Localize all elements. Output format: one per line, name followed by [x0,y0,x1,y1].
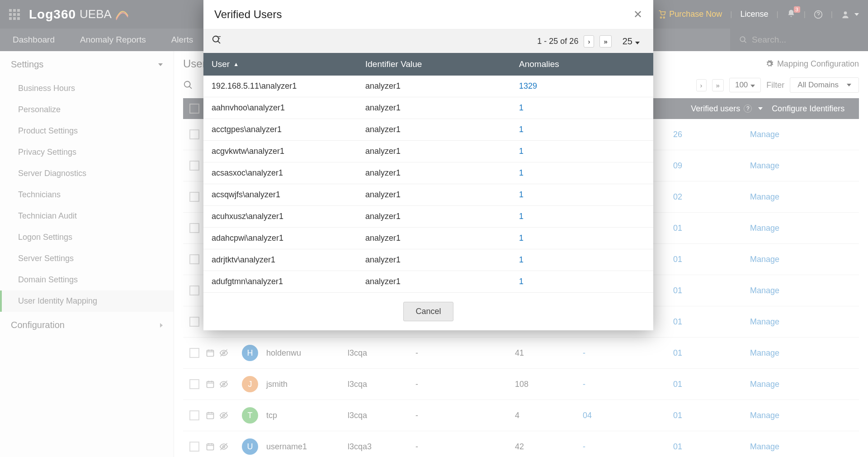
cell-user: aahnvhoo\analyzer1 [212,103,365,113]
cell-anomalies[interactable]: 1 [519,147,645,156]
cell-user: adufgtmn\analyzer1 [212,277,365,286]
cell-user: adrjtktv\analyzer1 [212,255,365,265]
cell-identifier-value: analyzer1 [365,255,519,265]
cell-anomalies[interactable]: 1 [519,168,645,178]
last-page-button[interactable]: » [599,35,611,48]
dialog-table-row: acsasxoc\analyzer1 analyzer1 1 [203,162,653,184]
dialog-table-row: acuhxusz\analyzer1 analyzer1 1 [203,206,653,228]
cell-identifier-value: analyzer1 [365,125,519,134]
cell-anomalies[interactable]: 1 [519,103,645,113]
dialog-per-page-select[interactable]: 25 [617,36,645,47]
cell-anomalies[interactable]: 1 [519,255,645,265]
cell-anomalies[interactable]: 1 [519,212,645,221]
cell-anomalies[interactable]: 1329 [519,81,645,91]
col-anomalies[interactable]: Anomalies [519,59,645,69]
dialog-table-row: 192.168.5.11\analyzer1 analyzer1 1329 [203,76,653,97]
dialog-table-row: aahnvhoo\analyzer1 analyzer1 1 [203,97,653,119]
verified-users-dialog: Verified Users ✕ 1 - 25 of 26 › » 25 Use… [203,0,653,330]
cell-identifier-value: analyzer1 [365,212,519,221]
dialog-table-row: adahcpwi\analyzer1 analyzer1 1 [203,228,653,249]
cell-identifier-value: analyzer1 [365,190,519,200]
dialog-table-row: adrjtktv\analyzer1 analyzer1 1 [203,249,653,271]
dialog-table-row: adufgtmn\analyzer1 analyzer1 1 [203,271,653,293]
dialog-table-row: acsqwjfs\analyzer1 analyzer1 1 [203,184,653,206]
col-identifier-value[interactable]: Identifier Value [365,59,519,69]
cell-identifier-value: analyzer1 [365,103,519,113]
cancel-button[interactable]: Cancel [403,302,453,321]
cell-identifier-value: analyzer1 [365,147,519,156]
cell-user: 192.168.5.11\analyzer1 [212,81,365,91]
dialog-table-row: acctgpes\analyzer1 analyzer1 1 [203,119,653,141]
cell-anomalies[interactable]: 1 [519,233,645,243]
dialog-title: Verified Users [214,8,282,21]
cell-user: acsqwjfs\analyzer1 [212,190,365,200]
cell-identifier-value: analyzer1 [365,168,519,178]
cell-anomalies[interactable]: 1 [519,277,645,286]
sort-asc-icon: ▲ [233,61,239,67]
cell-anomalies[interactable]: 1 [519,190,645,200]
cell-user: acgvkwtw\analyzer1 [212,147,365,156]
cell-user: acuhxusz\analyzer1 [212,212,365,221]
dialog-search-button[interactable] [212,35,222,48]
cell-user: acctgpes\analyzer1 [212,125,365,134]
dialog-table-row: acgvkwtw\analyzer1 analyzer1 1 [203,141,653,162]
close-dialog-button[interactable]: ✕ [633,8,642,21]
dialog-table-header: User ▲ Identifier Value Anomalies [203,53,653,76]
pagination-range: 1 - 25 of 26 [537,37,578,46]
next-page-button[interactable]: › [584,35,594,48]
search-filter-icon [212,35,222,45]
cell-identifier-value: analyzer1 [365,277,519,286]
cell-identifier-value: analyzer1 [365,81,519,91]
col-user[interactable]: User ▲ [212,59,365,69]
cell-identifier-value: analyzer1 [365,233,519,243]
cell-anomalies[interactable]: 1 [519,125,645,134]
cell-user: acsasxoc\analyzer1 [212,168,365,178]
cell-user: adahcpwi\analyzer1 [212,233,365,243]
